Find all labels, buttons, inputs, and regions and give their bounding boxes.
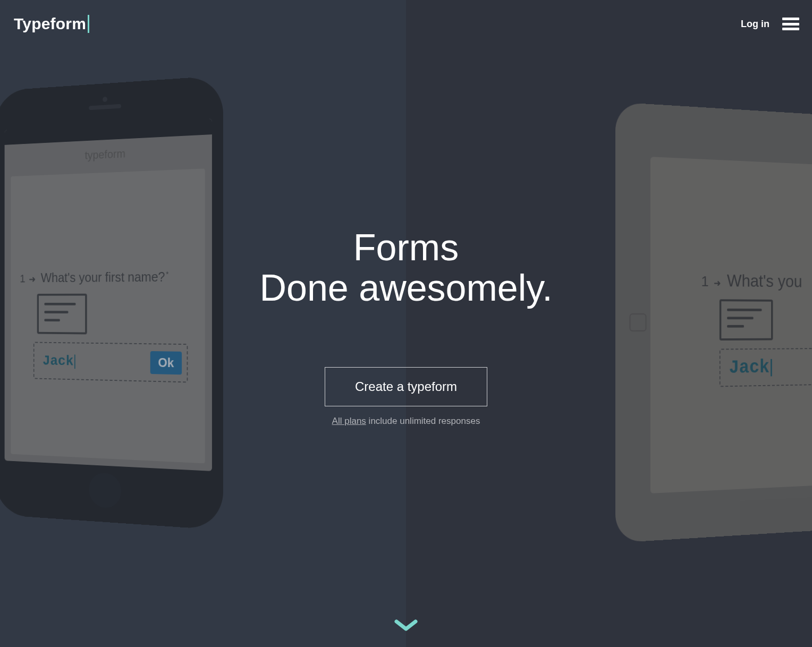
phone-home-button (89, 472, 121, 509)
chevron-down-icon[interactable] (394, 619, 418, 633)
nav-right: Log in (741, 18, 799, 30)
logo-text: Typeform (14, 15, 86, 33)
logo-cursor-icon (88, 15, 89, 33)
phone-speaker (89, 104, 121, 110)
phone-url-label: typeform (5, 143, 212, 166)
hero-title: Forms (353, 228, 459, 268)
hero-subtitle: Done awesomely. (259, 268, 552, 309)
login-link[interactable]: Log in (741, 19, 769, 30)
hero-section: Forms Done awesomely. Create a typeform … (0, 228, 812, 427)
menu-icon[interactable] (782, 18, 799, 30)
plans-note: All plans include unlimited responses (332, 416, 480, 427)
create-typeform-button[interactable]: Create a typeform (325, 367, 487, 406)
all-plans-link[interactable]: All plans (332, 416, 366, 426)
typeform-logo[interactable]: Typeform (14, 15, 89, 33)
plans-note-rest: include unlimited responses (366, 416, 480, 426)
header: Typeform Log in (0, 0, 812, 48)
phone-camera-dot (103, 97, 107, 102)
phone-statusbar (5, 118, 212, 145)
